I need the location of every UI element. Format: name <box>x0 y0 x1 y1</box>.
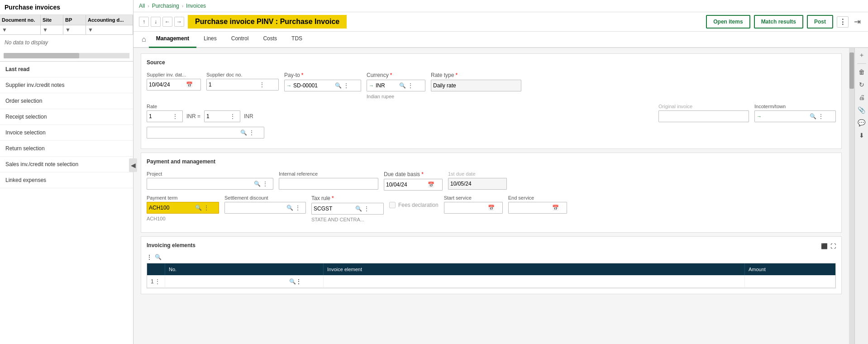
original-invoice-input[interactable] <box>661 113 733 119</box>
sidebar-item-order-selection[interactable]: Order selection <box>0 93 133 109</box>
filter-docno[interactable]: ▼ <box>0 25 41 34</box>
tax-rule-input[interactable]: SCGST <box>314 205 354 212</box>
main-scrollbar[interactable] <box>849 48 854 344</box>
payment-term-field[interactable]: ACH100 🔍 ⋮ <box>147 202 219 214</box>
rt-delete-button[interactable]: 🗑 <box>856 67 867 77</box>
rate-type-field[interactable]: Daily rate <box>431 80 521 91</box>
currency-field[interactable]: → INR 🔍 ⋮ <box>367 80 425 91</box>
row-no-search[interactable]: 🔍 <box>289 278 296 285</box>
nav-left-button[interactable]: ← <box>162 17 172 27</box>
end-service-input[interactable] <box>510 205 551 211</box>
nav-right-button[interactable]: → <box>174 17 184 27</box>
breadcrumb-all[interactable]: All <box>139 3 145 9</box>
settlement-search-icon[interactable]: 🔍 <box>286 205 294 211</box>
due-date-basis-field[interactable]: 10/04/24 📅 <box>384 179 443 191</box>
currency-input[interactable]: INR <box>376 82 398 89</box>
exit-button[interactable]: ⇥ <box>852 15 863 29</box>
open-items-button[interactable]: Open items <box>706 15 750 29</box>
rate-right-field[interactable]: 1 ⋮ <box>204 110 240 122</box>
fees-declaration-checkbox[interactable] <box>389 202 396 208</box>
start-service-field[interactable]: 📅 <box>444 202 503 214</box>
sidebar-scrollbar[interactable] <box>4 53 129 58</box>
nav-up-button[interactable]: ↑ <box>139 17 149 27</box>
tab-costs[interactable]: Costs <box>256 32 284 48</box>
filter-site[interactable]: ▼ <box>41 25 63 34</box>
tax-rule-more-icon[interactable]: ⋮ <box>363 205 370 212</box>
home-tab-icon[interactable]: ⌂ <box>139 32 149 47</box>
settlement-discount-field[interactable]: 🔍 ⋮ <box>224 202 306 214</box>
row-no-more[interactable]: ⋮ <box>296 278 301 285</box>
end-service-calendar-icon[interactable]: 📅 <box>551 205 560 211</box>
filter-bp[interactable]: ▼ <box>63 25 86 34</box>
breadcrumb-invoices[interactable]: Invoices <box>186 3 206 9</box>
inv-elements-expand-icon[interactable]: ⛶ <box>830 243 836 249</box>
due-date-calendar-icon[interactable]: 📅 <box>427 182 435 188</box>
tab-management[interactable]: Management <box>149 32 196 48</box>
row-no-input[interactable] <box>169 278 289 285</box>
end-service-field[interactable]: 📅 <box>508 202 567 214</box>
supplier-doc-no-field[interactable]: 1 ⋮ <box>206 79 279 91</box>
tab-tds[interactable]: TDS <box>284 32 310 48</box>
breadcrumb-purchasing[interactable]: Purchasing <box>152 3 179 9</box>
tab-lines[interactable]: Lines <box>196 32 224 48</box>
rt-comment-button[interactable]: 💬 <box>856 117 867 128</box>
supplier-inv-date-input[interactable]: 10/04/24 <box>149 81 185 88</box>
project-input[interactable] <box>149 181 253 187</box>
match-results-button[interactable]: Match results <box>754 15 803 29</box>
inv-elements-menu-icon[interactable]: ⋮ <box>147 254 152 260</box>
sidebar-item-supplier-inv[interactable]: Supplier inv./credit notes <box>0 77 133 93</box>
rt-refresh-button[interactable]: ↻ <box>856 79 867 90</box>
calendar-icon[interactable]: 📅 <box>185 81 194 88</box>
rt-download-button[interactable]: ⬇ <box>856 130 867 141</box>
row-no-cell[interactable]: 🔍 ⋮ <box>165 275 324 287</box>
sidebar-item-linked-expenses[interactable]: Linked expenses <box>0 172 133 188</box>
currency-search-icon[interactable]: 🔍 <box>398 82 407 89</box>
first-due-date-field[interactable]: 10/05/24 <box>448 178 507 190</box>
sidebar-collapse-button[interactable]: ◀ <box>129 158 137 172</box>
project-field[interactable]: 🔍 ⋮ <box>147 178 273 190</box>
inv-elements-layers-icon[interactable]: ⬛ <box>821 243 828 249</box>
incoterm-more-icon[interactable]: ⋮ <box>817 113 825 119</box>
original-invoice-field[interactable] <box>658 110 749 122</box>
rate-type-input[interactable]: Daily rate <box>433 82 506 89</box>
nav-down-button[interactable]: ↓ <box>151 17 161 27</box>
tax-rule-search-icon[interactable]: 🔍 <box>354 205 363 212</box>
supplier-doc-more-icon[interactable]: ⋮ <box>258 81 266 88</box>
first-due-date-input[interactable]: 10/05/24 <box>450 181 496 187</box>
project-more-icon[interactable]: ⋮ <box>262 181 269 187</box>
sidebar-item-receipt-selection[interactable]: Receipt selection <box>0 109 133 125</box>
source-search-field[interactable]: 🔍 ⋮ <box>147 127 264 139</box>
internal-ref-input[interactable] <box>281 181 367 187</box>
rt-add-button[interactable]: ＋ <box>856 50 867 61</box>
supplier-doc-no-input[interactable]: 1 <box>209 81 258 88</box>
rt-attachment-button[interactable]: 📎 <box>856 105 867 115</box>
rate-right-more-icon[interactable]: ⋮ <box>229 113 236 119</box>
supplier-inv-date-field[interactable]: 10/04/24 📅 <box>147 79 201 91</box>
filter-acct[interactable]: ▼ <box>86 25 133 34</box>
source-search-icon[interactable]: 🔍 <box>239 129 248 136</box>
start-service-input[interactable] <box>446 205 487 211</box>
tab-control[interactable]: Control <box>224 32 256 48</box>
rate-left-more-icon[interactable]: ⋮ <box>172 113 179 119</box>
settlement-more-icon[interactable]: ⋮ <box>294 205 301 211</box>
incoterm-input[interactable] <box>763 113 809 119</box>
internal-ref-field[interactable] <box>279 178 378 190</box>
pay-to-more-icon[interactable]: ⋮ <box>343 82 350 89</box>
sidebar-item-return-selection[interactable]: Return selection <box>0 141 133 157</box>
incoterm-search-icon[interactable]: 🔍 <box>809 113 817 119</box>
rate-right-input[interactable]: 1 <box>206 113 229 119</box>
incoterm-field[interactable]: → 🔍 ⋮ <box>754 110 836 122</box>
post-button[interactable]: Post <box>807 15 833 29</box>
payment-term-more-icon[interactable]: ⋮ <box>203 205 210 211</box>
project-search-icon[interactable]: 🔍 <box>253 181 262 187</box>
due-date-basis-input[interactable]: 10/04/24 <box>386 182 427 188</box>
pay-to-input[interactable]: SD-00001 <box>293 82 334 89</box>
more-options-button[interactable]: ⋮ <box>837 16 849 28</box>
rt-print-button[interactable]: 🖨 <box>856 92 867 103</box>
rate-left-field[interactable]: 1 ⋮ <box>147 110 183 122</box>
start-service-calendar-icon[interactable]: 📅 <box>487 205 496 211</box>
sidebar-item-sales-inv[interactable]: Sales inv./credit note selection <box>0 157 133 172</box>
currency-more-icon[interactable]: ⋮ <box>407 82 414 89</box>
source-search-input[interactable] <box>149 129 239 136</box>
sidebar-item-invoice-selection[interactable]: Invoice selection <box>0 125 133 141</box>
